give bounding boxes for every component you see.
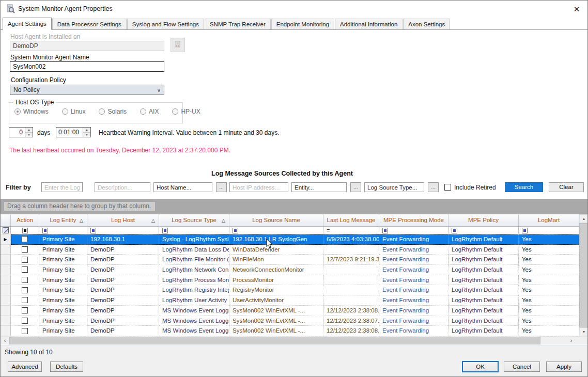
row-selector[interactable] — [1, 265, 11, 275]
row-selector[interactable] — [1, 275, 11, 286]
filter-cell-last-log-message[interactable]: = — [323, 227, 379, 234]
radio-solaris[interactable]: Solaris — [99, 108, 127, 115]
row-checkbox[interactable] — [22, 266, 28, 273]
row-checkbox[interactable] — [22, 307, 28, 313]
row-data[interactable]: Primary SiteDemoDPMS Windows Event Loggi… — [11, 326, 579, 336]
row-data[interactable]: Primary SiteDemoDPLogRhythm User Activit… — [11, 295, 579, 306]
row-checkbox[interactable] — [22, 257, 28, 263]
tab-snmp-trap-receiver[interactable]: SNMP Trap Receiver — [205, 19, 271, 29]
filter-box-icon[interactable] — [90, 228, 96, 233]
row-checkbox[interactable] — [22, 297, 28, 303]
row-selector[interactable]: ▶ — [1, 234, 11, 245]
tab-syslog-and-flow-settings[interactable]: Syslog and Flow Settings — [127, 19, 204, 29]
description-filter-input[interactable] — [95, 182, 150, 192]
log-source-type-browse-button[interactable]: ... — [428, 182, 439, 192]
row-data[interactable]: Primary SiteDemoDPMS Windows Event Loggi… — [11, 316, 579, 326]
radio-linux[interactable]: Linux — [62, 108, 86, 115]
cell-action[interactable] — [11, 245, 39, 255]
filter-cell-logmart[interactable] — [519, 227, 579, 234]
radio-windows[interactable]: Windows — [14, 108, 49, 115]
tab-data-processor-settings[interactable]: Data Processor Settings — [52, 19, 127, 29]
filter-cell-log-host[interactable] — [87, 227, 159, 234]
tab-agent-settings[interactable]: Agent Settings — [3, 18, 52, 30]
filter-box-icon[interactable] — [162, 228, 168, 233]
filter-box-icon[interactable] — [382, 228, 388, 233]
sort-ascending-icon[interactable]: △ — [80, 215, 83, 226]
row-checkbox[interactable] — [22, 236, 28, 242]
column-header-last-log-message[interactable]: Last Log Message — [323, 214, 379, 227]
filter-box-icon[interactable] — [522, 228, 528, 233]
row-checkbox[interactable] — [22, 328, 28, 334]
scroll-left-icon[interactable]: ‹ — [1, 337, 9, 344]
table-row[interactable]: Primary SiteDemoDPLogRhythm User Activit… — [1, 295, 579, 306]
radio-aix[interactable]: AIX — [140, 108, 159, 115]
filter-box-icon[interactable] — [233, 228, 238, 233]
table-row[interactable]: Primary SiteDemoDPLogRhythm Process Moni… — [1, 275, 579, 286]
host-name-filter-input[interactable] — [153, 182, 212, 192]
row-selector[interactable] — [1, 316, 11, 326]
radio-hp-ux[interactable]: HP-UX — [172, 108, 200, 115]
tab-axon-settings[interactable]: Axon Settings — [403, 19, 450, 29]
filter-box-icon[interactable] — [452, 228, 457, 233]
tab-endpoint-monitoring[interactable]: Endpoint Monitoring — [271, 19, 334, 29]
table-row[interactable]: Primary SiteDemoDPLogRhythm File Monitor… — [1, 255, 579, 265]
horizontal-scrollbar-thumb[interactable] — [9, 337, 540, 344]
spinner-arrows-icon[interactable]: ▲▼ — [83, 128, 90, 137]
search-button[interactable]: Search — [505, 182, 543, 192]
filter-cell-mpe-processing-mode[interactable] — [379, 227, 448, 234]
tab-additional-information[interactable]: Additional Information — [335, 19, 403, 29]
host-ip-filter-input[interactable] — [229, 182, 288, 192]
cell-action[interactable] — [11, 234, 39, 245]
configuration-policy-select[interactable]: No Policy ∨ — [10, 85, 164, 95]
clear-button[interactable]: Clear — [549, 182, 584, 192]
entity-filter-input[interactable] — [291, 182, 347, 192]
column-header-log-source-name[interactable]: Log Source Name — [229, 214, 323, 227]
scroll-right-icon[interactable]: › — [567, 337, 576, 344]
cell-action[interactable] — [11, 285, 39, 295]
column-header-log-host[interactable]: Log Host△ — [87, 214, 159, 227]
vertical-scrollbar-thumb[interactable] — [579, 223, 588, 327]
table-row[interactable]: Primary SiteDemoDPMS Windows Event Loggi… — [1, 316, 579, 326]
filter-cell-log-source-name[interactable] — [229, 227, 323, 234]
browse-agent-button[interactable] — [171, 38, 185, 52]
cell-action[interactable] — [11, 265, 39, 275]
equals-operator-icon[interactable]: = — [327, 228, 330, 233]
cell-action[interactable] — [11, 316, 39, 326]
cell-action[interactable] — [11, 295, 39, 306]
advanced-button[interactable]: Advanced — [8, 362, 42, 372]
apply-button[interactable]: Apply — [546, 362, 582, 372]
table-row[interactable]: ▶Primary Site192.168.30.1Syslog - LogRhy… — [1, 234, 579, 245]
column-header-action[interactable]: Action — [11, 214, 39, 227]
table-row[interactable]: Primary SiteDemoDPLogRhythm Registry Int… — [1, 285, 579, 295]
filter-cell-log-entity[interactable] — [39, 227, 87, 234]
row-selector[interactable] — [1, 326, 11, 336]
row-selector[interactable] — [1, 285, 11, 295]
heartbeat-interval-stepper[interactable]: 0:01:00 ▲▼ — [56, 127, 91, 137]
table-row[interactable]: Primary SiteDemoDPMS Windows Event Loggi… — [1, 326, 579, 336]
column-header-log-source-type[interactable]: Log Source Type△ — [159, 214, 229, 227]
cancel-button[interactable]: Cancel — [504, 362, 540, 372]
entity-browse-button[interactable]: ... — [350, 182, 361, 192]
row-selector[interactable] — [1, 245, 11, 255]
column-header-mpe-processing-mode[interactable]: MPE Processing Mode — [379, 214, 448, 227]
log-source-filter-input[interactable] — [41, 182, 83, 192]
table-row[interactable]: Primary SiteDemoDPMS Windows Event Loggi… — [1, 306, 579, 316]
table-row[interactable]: Primary SiteDemoDPLogRhythm Network Conn… — [1, 265, 579, 275]
sort-ascending-icon[interactable]: △ — [151, 215, 155, 226]
vertical-scrollbar[interactable]: ▲ ▼ — [579, 214, 588, 336]
agent-name-field[interactable] — [10, 61, 164, 72]
ok-button[interactable]: OK — [462, 361, 499, 372]
row-checkbox[interactable] — [22, 318, 28, 324]
row-selector[interactable] — [1, 295, 11, 306]
scroll-down-icon[interactable]: ▼ — [579, 327, 588, 336]
heartbeat-days-stepper[interactable]: 0 ▲▼ — [9, 127, 33, 137]
cell-action[interactable] — [11, 255, 39, 265]
column-header-logmart[interactable]: LogMart — [519, 214, 579, 227]
row-data[interactable]: Primary SiteDemoDPMS Windows Event Loggi… — [11, 306, 579, 316]
log-source-type-filter-input[interactable] — [364, 182, 424, 192]
row-selector[interactable] — [1, 306, 11, 316]
table-row[interactable]: Primary SiteDemoDPLogRhythm Data Loss De… — [1, 245, 579, 255]
row-checkbox[interactable] — [22, 287, 28, 293]
row-data[interactable]: Primary SiteDemoDPLogRhythm Process Moni… — [11, 275, 579, 286]
filter-cell-action[interactable] — [11, 227, 39, 234]
